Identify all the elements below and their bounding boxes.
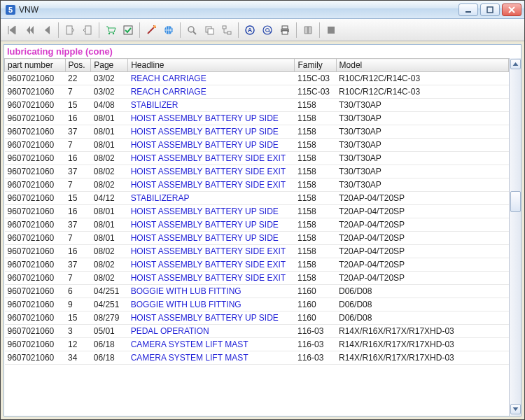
cell-head[interactable]: HOIST ASSEMBLY BATTERY UP SIDE <box>128 205 295 218</box>
cell-page: 04/12 <box>91 192 128 205</box>
cell-page: 04/251 <box>91 298 128 312</box>
cell-fam: 1158 <box>295 99 336 112</box>
table-row[interactable]: 9607021060708/02HOIST ASSEMBLY BATTERY S… <box>5 178 509 192</box>
svg-point-13 <box>153 25 156 28</box>
titlebar[interactable]: 5 VNW <box>1 1 524 19</box>
table-row[interactable]: 96070210601608/01HOIST ASSEMBLY BATTERY … <box>5 205 509 218</box>
cell-head[interactable]: BOGGIE WITH LUB FITTING <box>128 285 295 298</box>
cell-fam: 1160 <box>295 285 336 298</box>
table-row[interactable]: 96070210602203/02REACH CARRIAGE115C-03R1… <box>5 72 509 85</box>
cell-model: R14X/R16X/R17X/R17XHD-03 <box>336 325 508 338</box>
table-row[interactable]: 9607021060703/02REACH CARRIAGE115C-03R10… <box>5 85 509 99</box>
cell-pos: 15 <box>65 192 91 205</box>
table-row[interactable]: 9607021060904/251BOGGIE WITH LUB FITTING… <box>5 298 509 312</box>
stop-icon <box>323 22 340 38</box>
cell-part: 9607021060 <box>5 85 66 99</box>
cell-head[interactable]: CAMERA SYSTEM LIFT MAST <box>128 338 295 351</box>
cell-model: T30/T30AP <box>336 125 508 139</box>
cell-head[interactable]: STABILIZER <box>128 99 295 112</box>
globe-icon[interactable] <box>160 22 177 38</box>
a-circled-icon[interactable]: A <box>241 22 258 38</box>
table-row[interactable]: 96070210603708/01HOIST ASSEMBLY BATTERY … <box>5 218 509 232</box>
cell-head[interactable]: HOIST ASSEMBLY BATTERY UP SIDE <box>128 232 295 245</box>
cell-head[interactable]: HOIST ASSEMBLY BATTERY UP SIDE <box>128 218 295 232</box>
app-window: 5 VNW A lubricating nipple (cone) part n… <box>0 0 525 420</box>
table-row[interactable]: 9607021060708/02HOIST ASSEMBLY BATTERY S… <box>5 272 509 285</box>
table-row[interactable]: 96070210603708/02HOIST ASSEMBLY BATTERY … <box>5 258 509 272</box>
grid-scroll[interactable]: part number Pos. Page Headline Family Mo… <box>4 58 509 416</box>
cell-pos: 3 <box>65 325 91 338</box>
cell-part: 9607021060 <box>5 218 66 232</box>
table-row[interactable]: 96070210601508/279HOIST ASSEMBLY BATTERY… <box>5 312 509 325</box>
cell-head[interactable]: HOIST ASSEMBLY BATTERY SIDE EXIT <box>128 272 295 285</box>
table-row[interactable]: 96070210601608/02HOIST ASSEMBLY BATTERY … <box>5 245 509 258</box>
cell-head[interactable]: HOIST ASSEMBLY BATTERY SIDE EXIT <box>128 245 295 258</box>
vertical-scrollbar[interactable] <box>509 58 521 416</box>
cell-head[interactable]: CAMERA SYSTEM LIFT MAST <box>128 351 295 365</box>
maximize-button[interactable] <box>480 4 500 16</box>
cell-head[interactable]: HOIST ASSEMBLY BATTERY SIDE EXIT <box>128 178 295 192</box>
cell-fam: 1158 <box>295 152 336 165</box>
cell-head[interactable]: STABILIZERAP <box>128 192 295 205</box>
svg-rect-6 <box>66 26 72 34</box>
svg-point-15 <box>188 27 194 32</box>
col-page[interactable]: Page <box>91 59 128 72</box>
cell-fam: 1158 <box>295 258 336 272</box>
grid-wrap: part number Pos. Page Headline Family Mo… <box>4 58 521 416</box>
wand-icon[interactable] <box>143 22 160 38</box>
cell-page: 08/01 <box>91 232 128 245</box>
table-row[interactable]: 96070210603406/18CAMERA SYSTEM LIFT MAST… <box>5 351 509 365</box>
cell-part: 9607021060 <box>5 245 66 258</box>
cell-fam: 1158 <box>295 139 336 152</box>
cell-head[interactable]: HOIST ASSEMBLY BATTERY SIDE EXIT <box>128 152 295 165</box>
table-row[interactable]: 96070210601504/12STABILIZERAP1158T20AP-0… <box>5 192 509 205</box>
cell-pos: 16 <box>65 205 91 218</box>
table-row[interactable]: 96070210601608/02HOIST ASSEMBLY BATTERY … <box>5 152 509 165</box>
col-family[interactable]: Family <box>295 59 336 72</box>
cell-model: T30/T30AP <box>336 178 508 192</box>
col-model[interactable]: Model <box>336 59 508 72</box>
scroll-down-icon[interactable] <box>510 404 521 414</box>
table-row[interactable]: 96070210601206/18CAMERA SYSTEM LIFT MAST… <box>5 338 509 351</box>
svg-text:A: A <box>248 27 253 34</box>
table-row[interactable]: 9607021060305/01PEDAL OPERATION116-03R14… <box>5 325 509 338</box>
col-headline[interactable]: Headline <box>128 59 295 72</box>
cell-head[interactable]: BOGGIE WITH LUB FITTING <box>128 298 295 312</box>
table-row[interactable]: 96070210603708/02HOIST ASSEMBLY BATTERY … <box>5 165 509 178</box>
minimize-button[interactable] <box>458 4 478 16</box>
scroll-up-icon[interactable] <box>510 59 521 69</box>
check-icon[interactable] <box>120 22 136 38</box>
cell-head[interactable]: HOIST ASSEMBLY BATTERY SIDE EXIT <box>128 165 295 178</box>
table-row[interactable]: 96070210603708/01HOIST ASSEMBLY BATTERY … <box>5 125 509 139</box>
cell-head[interactable]: HOIST ASSEMBLY BATTERY UP SIDE <box>128 139 295 152</box>
cell-model: R10C/R12C/R14C-03 <box>336 72 508 85</box>
cell-fam: 1158 <box>295 112 336 125</box>
cart-icon[interactable] <box>102 22 119 38</box>
cell-head[interactable]: HOIST ASSEMBLY BATTERY UP SIDE <box>128 125 295 139</box>
window-buttons <box>458 4 522 16</box>
table-row[interactable]: 96070210601504/08STABILIZER1158T30/T30AP <box>5 99 509 112</box>
table-row[interactable]: 9607021060604/251BOGGIE WITH LUB FITTING… <box>5 285 509 298</box>
cell-head[interactable]: HOIST ASSEMBLY BATTERY UP SIDE <box>128 312 295 325</box>
scroll-thumb[interactable] <box>510 191 521 212</box>
col-pos[interactable]: Pos. <box>65 59 91 72</box>
cell-part: 9607021060 <box>5 152 66 165</box>
table-row[interactable]: 96070210601608/01HOIST ASSEMBLY BATTERY … <box>5 112 509 125</box>
col-part-number[interactable]: part number <box>5 59 66 72</box>
toolbar-separator <box>180 22 181 38</box>
svg-rect-28 <box>328 27 335 34</box>
cell-head[interactable]: REACH CARRIAGE <box>128 72 295 85</box>
cell-pos: 16 <box>65 245 91 258</box>
cell-model: R10C/R12C/R14C-03 <box>336 85 508 99</box>
cell-head[interactable]: HOIST ASSEMBLY BATTERY SIDE EXIT <box>128 258 295 272</box>
svg-rect-19 <box>223 26 226 29</box>
cell-head[interactable]: REACH CARRIAGE <box>128 85 295 99</box>
cell-head[interactable]: HOIST ASSEMBLY BATTERY UP SIDE <box>128 112 295 125</box>
print-icon[interactable] <box>276 22 293 38</box>
table-row[interactable]: 9607021060708/01HOIST ASSEMBLY BATTERY U… <box>5 232 509 245</box>
close-button[interactable] <box>502 4 522 16</box>
cell-part: 9607021060 <box>5 351 66 365</box>
at-sign-icon[interactable] <box>259 22 276 38</box>
table-row[interactable]: 9607021060708/01HOIST ASSEMBLY BATTERY U… <box>5 139 509 152</box>
cell-head[interactable]: PEDAL OPERATION <box>128 325 295 338</box>
